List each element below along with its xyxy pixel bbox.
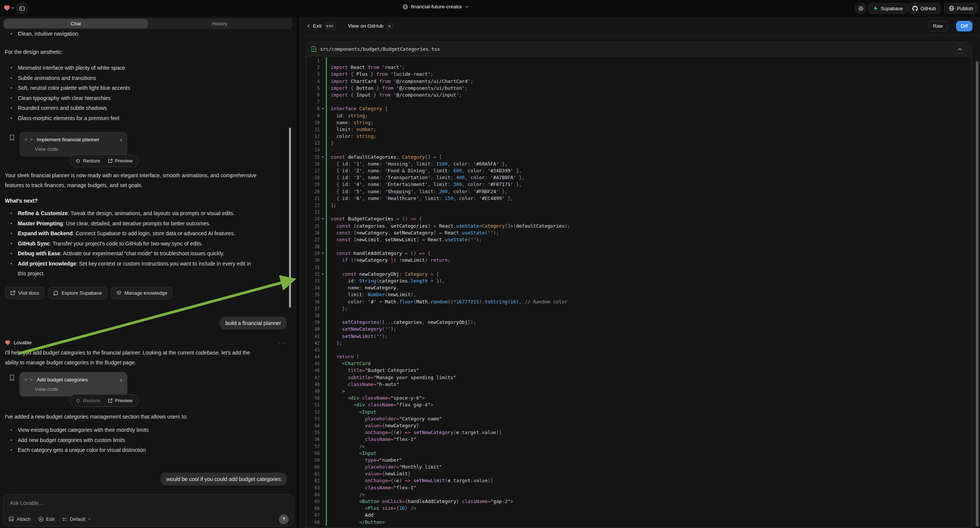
restore-button[interactable]: Restore [76, 398, 100, 403]
file-path: src/components/budget/BudgetCategories.t… [320, 46, 440, 52]
code-line: 65 <Button onClick={handleAddCategory} c… [306, 498, 971, 505]
settings-button[interactable] [855, 3, 866, 14]
code-line: 54 value={newCategory} [306, 422, 971, 429]
version-actions: Restore Preview [69, 154, 139, 167]
code-line: 44 return ( [306, 353, 971, 360]
version-title: Add budget categories [37, 377, 88, 383]
list-item: Clean, intuitive navigation [5, 29, 78, 39]
raw-toggle-button[interactable]: Raw [928, 21, 948, 32]
code-line: 61 value={newLimit} [306, 471, 971, 477]
code-line: 17 { id: '2', name: 'Food & Dining', lim… [306, 167, 971, 174]
code-icon: < > [25, 137, 33, 142]
code-line: 51 <div className="flex gap-4"> [306, 401, 971, 408]
logo-chevron-down-icon[interactable] [11, 7, 15, 9]
list-item: Add new budget categories with custom li… [5, 435, 148, 445]
lovable-logo-icon[interactable] [4, 5, 10, 11]
code-line: 36 color: '#' + Math.floor(Math.random()… [306, 299, 971, 305]
code-line: 68 </Button> [306, 519, 971, 526]
code-line: 32 const newCategoryObj: Category = { [306, 271, 971, 278]
code-line: 62 onChange={(e) => setNewLimit(e.target… [306, 477, 971, 484]
chevron-down-icon [88, 518, 91, 520]
file-header[interactable]: src/components/budget/BudgetCategories.t… [306, 42, 971, 56]
toggle-sidebar-button[interactable] [17, 3, 27, 14]
mode-selector[interactable]: Default [62, 516, 91, 523]
code-line: 25 const [categories, setCategories] = R… [306, 223, 971, 229]
version-card-add-budget-categories[interactable]: < > Add budget categories › View code [19, 372, 127, 396]
code-line: 40 setNewCategory(''); [306, 326, 971, 332]
code-line: 49 > [306, 388, 971, 395]
code-line: 2import React from 'react'; [306, 64, 971, 71]
project-globe-icon [402, 4, 408, 10]
code-line: 19 { id: '4', name: 'Entertainment', lim… [306, 181, 971, 188]
collapse-file-button[interactable] [954, 44, 966, 54]
code-line: 45 <ChartCard [306, 360, 971, 367]
user-message: build a financial planner [220, 316, 287, 329]
code-scrollbar[interactable] [976, 61, 978, 526]
bookmark-icon[interactable] [10, 375, 14, 381]
edit-button[interactable]: Edit [38, 516, 54, 523]
code-line: 15const defaultCategories: Category[] = … [306, 154, 971, 161]
more-menu-icon[interactable]: ··· [279, 339, 287, 346]
publish-globe-icon [949, 6, 954, 11]
chevron-right-icon[interactable]: › [120, 136, 122, 143]
code-line: 7 [306, 99, 971, 105]
attach-button[interactable]: Attach [9, 516, 31, 523]
chevron-right-icon[interactable]: › [120, 377, 122, 383]
bookmark-icon[interactable] [10, 134, 14, 141]
restore-button[interactable]: Restore [76, 158, 100, 164]
list-item: Subtle animations and transitions [5, 73, 130, 83]
code-line: 10 name: string; [306, 119, 971, 126]
code-line: 28 [306, 243, 971, 250]
version-card-implement-financial-planner[interactable]: < > Implement financial planner › View c… [19, 132, 127, 156]
exit-button[interactable]: Exit ESC [307, 23, 336, 29]
chat-scrollbar[interactable] [289, 128, 291, 308]
lovable-heart-icon [5, 340, 11, 345]
code-line: 38 [306, 312, 971, 319]
project-chevron-down-icon[interactable] [465, 6, 469, 8]
chat-bubble-icon [53, 291, 58, 296]
esc-key-badge: ESC [325, 23, 336, 29]
github-icon [912, 6, 918, 11]
preview-button[interactable]: Preview [108, 158, 133, 164]
chat-input[interactable]: Ask Lovable... [10, 500, 43, 506]
g-key-badge: G [387, 23, 393, 29]
chat-panel: Chat History Clean, intuitive navigation… [0, 17, 297, 528]
code-line: 6import { Input } from '@/components/ui/… [306, 92, 971, 99]
send-button[interactable] [279, 514, 289, 524]
list-item: Rounded corners and subtle shadows [5, 103, 130, 113]
code-editor[interactable]: 12import React from 'react';3import { Pl… [306, 56, 971, 526]
view-on-github-link[interactable]: View on GitHub G [348, 23, 393, 29]
code-line: 57 /> [306, 443, 971, 450]
visit-docs-button[interactable]: Visit docs [5, 287, 45, 299]
code-line: 67 Add [306, 512, 971, 518]
list-item: Minimalist interface with plenty of whit… [5, 63, 130, 73]
list-item: Soft, neutral color palette with light b… [5, 83, 130, 93]
code-line: 37 }; [306, 305, 971, 312]
assistant-header: Lovable ··· [5, 339, 287, 346]
explore-supabase-button[interactable]: Explore Supabase [48, 287, 107, 299]
supabase-button[interactable]: Supabase [868, 3, 908, 14]
manage-knowledge-button[interactable]: Manage knowledge [111, 287, 173, 299]
view-code-link[interactable]: View code [35, 146, 122, 152]
external-link-icon [108, 398, 113, 403]
tab-history[interactable]: History [148, 19, 292, 29]
code-line: 13} [306, 140, 971, 146]
code-line: 60 placeholder="Monthly limit" [306, 464, 971, 471]
publish-button[interactable]: Publish [944, 3, 978, 14]
preview-button[interactable]: Preview [108, 398, 133, 403]
gear-icon [858, 6, 864, 11]
graduation-cap-icon [116, 291, 122, 296]
code-line: 3import { Plus } from 'lucide-react'; [306, 71, 971, 78]
help-text: I'll help you add budget categories to t… [5, 348, 257, 367]
tab-chat[interactable]: Chat [4, 19, 148, 29]
github-button[interactable]: GitHub [907, 3, 940, 14]
project-title[interactable]: financial-future-creator [411, 4, 462, 10]
list-item: Clean typography with clear hierarchies [5, 93, 130, 103]
added-text: I've added a new budget categories manag… [5, 412, 188, 421]
view-code-link[interactable]: View code [35, 386, 122, 392]
code-line: 22]; [306, 202, 971, 209]
code-panel: Exit ESC View on GitHub G Raw Diff src/c… [299, 17, 980, 528]
arrow-up-icon [282, 517, 286, 521]
code-line: 42 }; [306, 340, 971, 347]
diff-toggle-button[interactable]: Diff [956, 21, 972, 32]
